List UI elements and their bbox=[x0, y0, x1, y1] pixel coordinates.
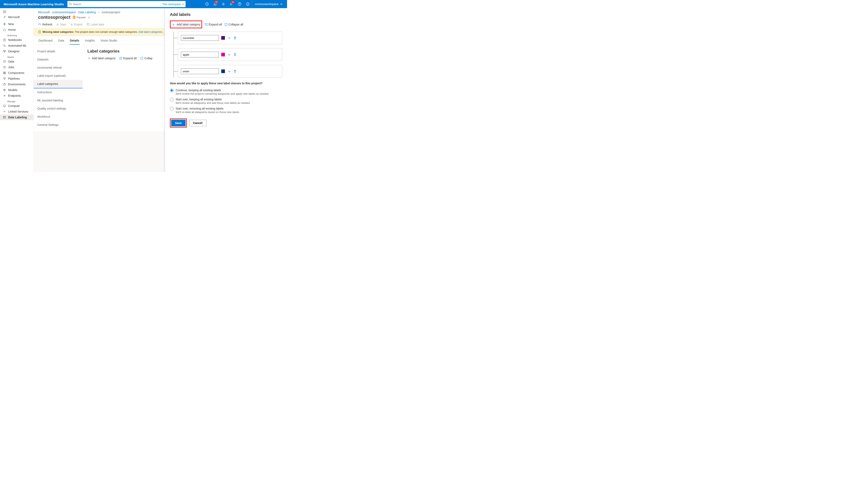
feedback-icon[interactable]: 14 bbox=[227, 0, 235, 8]
flyout-expand-all[interactable]: + Expand all bbox=[205, 23, 222, 26]
nav-jobs[interactable]: Jobs bbox=[0, 64, 33, 70]
svg-rect-25 bbox=[5, 72, 5, 73]
label-row: ＋ bbox=[178, 48, 282, 61]
breadcrumb-microsoft[interactable]: Microsoft bbox=[38, 11, 50, 14]
add-child-icon[interactable]: ＋ bbox=[227, 69, 231, 74]
chevron-down-icon bbox=[280, 3, 283, 5]
tab-dashboard[interactable]: Dashboard bbox=[38, 36, 53, 44]
nav-data-labeling[interactable]: Data Labeling bbox=[0, 114, 33, 120]
add-child-icon[interactable]: ＋ bbox=[227, 35, 231, 40]
nav-components[interactable]: Components bbox=[0, 70, 33, 76]
details-subnav: Project details Datasets Incremental ref… bbox=[34, 45, 83, 131]
add-child-icon[interactable]: ＋ bbox=[227, 52, 231, 57]
breadcrumb-workspace[interactable]: contosoworkspace bbox=[52, 11, 76, 14]
label-name-input[interactable] bbox=[181, 35, 219, 41]
color-swatch[interactable] bbox=[221, 69, 225, 73]
svg-rect-31 bbox=[4, 84, 5, 85]
svg-line-1 bbox=[71, 5, 72, 5]
refresh-button[interactable]: Refresh bbox=[38, 23, 52, 26]
breadcrumb-labeling[interactable]: Data Labeling bbox=[78, 11, 96, 14]
automl-icon bbox=[3, 44, 6, 47]
radio-startover-remove[interactable]: Start over, removing all existing labels… bbox=[170, 106, 282, 115]
subnav-datasets[interactable]: Datasets bbox=[34, 55, 83, 64]
label-data-button[interactable]: Label data bbox=[87, 23, 104, 26]
radio-continue[interactable]: Continue, keeping all existing labels We… bbox=[170, 87, 282, 96]
workspace-switcher[interactable]: contosoworkspace bbox=[252, 0, 285, 8]
delete-icon[interactable] bbox=[233, 70, 236, 73]
nav-notebooks[interactable]: Notebooks bbox=[0, 37, 33, 43]
recent-icon[interactable] bbox=[203, 0, 211, 8]
subnav-quality[interactable]: Quality control settings bbox=[34, 105, 83, 113]
nav-endpoints[interactable]: Endpoints bbox=[0, 93, 33, 98]
nav-section-authoring: Authoring bbox=[0, 33, 33, 37]
tab-vision-studio[interactable]: Vision Studio bbox=[100, 36, 117, 44]
detail-collapse-all[interactable]: −Collap bbox=[141, 56, 152, 60]
tab-details[interactable]: Details bbox=[69, 36, 80, 44]
search-input[interactable] bbox=[73, 3, 158, 6]
settings-icon[interactable] bbox=[219, 0, 227, 8]
notifications-icon[interactable]: 23 bbox=[211, 0, 219, 8]
nav-environments[interactable]: Environments bbox=[0, 82, 33, 87]
radio-icon bbox=[170, 98, 174, 102]
nav-back[interactable]: Microsoft bbox=[0, 14, 33, 20]
smile-icon[interactable] bbox=[244, 0, 252, 8]
delete-icon[interactable] bbox=[233, 53, 236, 56]
environments-icon bbox=[3, 83, 6, 86]
nav-home[interactable]: Home bbox=[0, 27, 33, 33]
main-content: Microsoft contosoworkspace Data Labeling… bbox=[34, 8, 287, 172]
nav-new[interactable]: New bbox=[0, 21, 33, 27]
notifications-badge: 23 bbox=[214, 1, 218, 4]
help-icon[interactable] bbox=[235, 0, 244, 8]
nav-pipelines[interactable]: Pipelines bbox=[0, 76, 33, 82]
delete-icon[interactable] bbox=[233, 36, 236, 39]
detail-expand-all[interactable]: +Expand all bbox=[120, 56, 137, 60]
flyout-add-category[interactable]: ＋ Add label category bbox=[172, 22, 200, 27]
subnav-project-details[interactable]: Project details bbox=[34, 47, 83, 55]
flyout-collapse-all[interactable]: − Collapse all bbox=[225, 23, 243, 26]
subnav-instructions[interactable]: Instructions bbox=[34, 88, 83, 96]
flyout-title: Add labels bbox=[170, 12, 282, 17]
nav-data[interactable]: Data bbox=[0, 59, 33, 64]
radio-icon bbox=[170, 89, 174, 92]
chevron-right-icon: › bbox=[98, 11, 99, 14]
subnav-label-categories[interactable]: Label categories bbox=[34, 80, 83, 88]
nav-section-assets: Assets bbox=[0, 54, 33, 59]
menu-toggle-icon[interactable] bbox=[0, 10, 33, 14]
play-icon bbox=[56, 23, 59, 26]
subnav-ml-assist[interactable]: ML assisted labeling bbox=[34, 96, 83, 105]
label-name-input[interactable] bbox=[181, 52, 219, 57]
nav-compute[interactable]: Compute bbox=[0, 103, 33, 109]
search-icon bbox=[69, 3, 72, 5]
label-name-input[interactable] bbox=[181, 68, 219, 74]
pipelines-icon bbox=[3, 77, 6, 80]
tab-data[interactable]: Data bbox=[58, 36, 65, 44]
svg-rect-21 bbox=[4, 52, 5, 53]
svg-point-0 bbox=[69, 3, 71, 5]
subnav-general[interactable]: General Settings bbox=[34, 121, 83, 129]
subnav-incremental[interactable]: Incremental refresh bbox=[34, 64, 83, 72]
radio-startover-keep[interactable]: Start over, keeping all existing labels … bbox=[170, 96, 282, 106]
nav-automl[interactable]: Automated ML bbox=[0, 43, 33, 49]
label-row: ＋ bbox=[178, 32, 282, 44]
start-button[interactable]: Start bbox=[56, 23, 66, 26]
cancel-button[interactable]: Cancel bbox=[189, 120, 206, 126]
favorite-star-icon[interactable]: ☆ bbox=[88, 16, 90, 19]
export-button[interactable]: Export bbox=[70, 23, 83, 26]
svg-rect-24 bbox=[3, 72, 4, 73]
nav-section-manage: Manage bbox=[0, 98, 33, 103]
subnav-workforce[interactable]: Workforce bbox=[34, 113, 83, 121]
search-scope[interactable]: This workspace bbox=[162, 3, 184, 6]
nav-models[interactable]: Models bbox=[0, 87, 33, 93]
chevron-down-icon bbox=[182, 3, 184, 5]
search-box[interactable]: This workspace bbox=[67, 1, 186, 7]
subnav-label-export[interactable]: Label export (optional) bbox=[34, 72, 83, 80]
add-labels-flyout: Add labels ＋ Add label category + Expand… bbox=[165, 8, 287, 172]
tab-insights[interactable]: Insights bbox=[85, 36, 95, 44]
add-label-link[interactable]: Add label categories. bbox=[138, 30, 163, 33]
color-swatch[interactable] bbox=[221, 36, 225, 40]
save-button[interactable]: Save bbox=[171, 120, 186, 126]
nav-designer[interactable]: Designer bbox=[0, 49, 33, 54]
nav-linked-services[interactable]: Linked Services bbox=[0, 109, 33, 114]
color-swatch[interactable] bbox=[221, 53, 225, 56]
detail-add-category[interactable]: ＋Add label category bbox=[87, 56, 116, 60]
